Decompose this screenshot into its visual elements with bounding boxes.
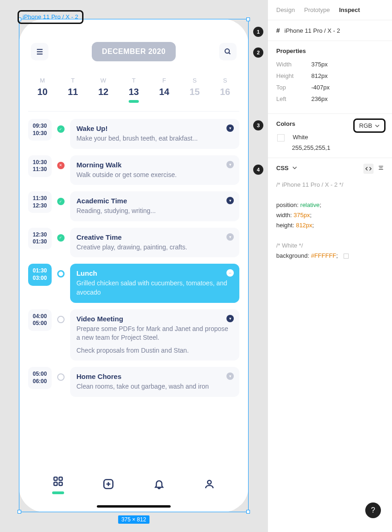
chevron-down-icon — [375, 124, 380, 128]
frame-label-highlight: iPhone 11 Pro / X - 2 — [18, 10, 83, 24]
expand-icon[interactable]: ▾ — [226, 233, 234, 241]
svg-point-9 — [208, 480, 211, 484]
section-colors: 3 Colors RGB White 255,255,255,1 — [268, 113, 392, 158]
callout-2: 2 — [253, 47, 263, 58]
day-letter: W — [94, 77, 113, 84]
css-code-block[interactable]: /* iPhone 11 Pro / X - 2 */ position: re… — [276, 180, 384, 261]
day-12[interactable]: W12 — [94, 77, 113, 103]
event-title: Home Chores — [77, 372, 233, 380]
event-time[interactable]: 01:3003:00 — [28, 264, 52, 285]
svg-rect-3 — [59, 477, 62, 480]
svg-point-0 — [225, 49, 229, 53]
color-row[interactable]: White 255,255,255,1 — [276, 134, 384, 151]
callout-3: 3 — [253, 120, 263, 130]
event-card[interactable]: ▾Academic TimeReading, studying, writing… — [70, 191, 239, 221]
tab-indicator — [52, 491, 64, 494]
color-mode-dropdown[interactable]: RGB — [353, 118, 386, 133]
event-description: Clean rooms, take out garbage, wash and … — [77, 382, 233, 391]
event-row: 01:3003:00–LunchGrilled chicken salad wi… — [28, 264, 239, 302]
tab-design[interactable]: Design — [276, 6, 295, 13]
phone-frame[interactable]: ☰ DECEMBER 2020 M10T11W12T13F14S15S16 09… — [19, 19, 249, 512]
tab-add[interactable] — [97, 478, 119, 492]
day-16[interactable]: S16 — [215, 77, 235, 103]
code-view-button[interactable] — [363, 164, 374, 174]
event-time[interactable]: 05:0006:00 — [28, 367, 52, 389]
expand-icon[interactable]: ▾ — [226, 161, 234, 168]
event-title: Academic Time — [77, 197, 233, 205]
prop-height-value: 812px — [311, 72, 327, 79]
tab-profile[interactable] — [198, 479, 220, 491]
css-title: CSS — [276, 165, 289, 171]
section-properties: 2 Properties Width375px Height812px Top-… — [268, 41, 392, 113]
event-description: Reading, studying, writing... — [77, 207, 233, 216]
resize-handle-tr[interactable] — [246, 18, 250, 21]
day-15[interactable]: S15 — [185, 77, 204, 103]
selection-dimensions: 375 × 812 — [118, 515, 149, 524]
chevron-down-icon[interactable] — [292, 166, 297, 170]
list-icon — [377, 165, 385, 171]
event-row: 04:0005:00▾Video MeetingPrepare some PDF… — [28, 309, 239, 361]
event-card[interactable]: ▾Video MeetingPrepare some PDFs for Mark… — [70, 309, 239, 361]
day-letter: T — [124, 77, 143, 84]
svg-line-1 — [229, 53, 230, 54]
event-card[interactable]: –LunchGrilled chicken salad with cucumbe… — [70, 264, 239, 302]
event-status-icon — [57, 316, 65, 323]
day-13[interactable]: T13 — [124, 77, 143, 103]
expand-icon[interactable]: ▾ — [226, 124, 234, 132]
event-row: 05:0006:00▾Home ChoresClean rooms, take … — [28, 367, 239, 397]
day-letter: T — [63, 77, 83, 84]
expand-icon[interactable]: ▾ — [226, 315, 234, 322]
day-letter: S — [215, 77, 235, 84]
event-status-icon — [57, 270, 65, 278]
tab-home[interactable] — [47, 476, 69, 494]
prop-left-label: Left — [276, 95, 299, 102]
event-card[interactable]: ▾Home ChoresClean rooms, take out garbag… — [70, 367, 239, 397]
event-row: 09:3010:30✓▾Wake Up!Make your bed, brush… — [28, 119, 239, 149]
tab-inspect[interactable]: Inspect — [339, 6, 360, 13]
event-title: Wake Up! — [77, 124, 233, 132]
svg-rect-4 — [54, 482, 57, 485]
properties-title: Properties — [276, 47, 384, 54]
prop-left-value: 236px — [311, 95, 327, 102]
user-icon — [204, 479, 215, 490]
events-list[interactable]: 09:3010:30✓▾Wake Up!Make your bed, brush… — [28, 112, 239, 462]
event-time[interactable]: 10:3011:30 — [28, 155, 52, 177]
event-card[interactable]: ▾Creative TimeCreative play, drawing, pa… — [70, 228, 239, 258]
day-10[interactable]: M10 — [33, 77, 52, 103]
event-time[interactable]: 11:3012:30 — [28, 191, 52, 213]
color-chip — [344, 254, 349, 259]
event-card[interactable]: ▾Morning WalkWalk outside or get some ex… — [70, 155, 239, 185]
day-11[interactable]: T11 — [63, 77, 83, 103]
menu-button[interactable]: ☰ — [31, 43, 48, 60]
day-number: 10 — [33, 87, 52, 97]
day-letter: S — [185, 77, 204, 84]
search-button[interactable] — [219, 43, 237, 60]
resize-handle-bl[interactable] — [18, 510, 21, 514]
event-description-2: Check proposals from Dustin and Stan. — [77, 346, 233, 355]
frame-label[interactable]: iPhone 11 Pro / X - 2 — [23, 13, 78, 20]
event-row: 11:3012:30✓▾Academic TimeReading, studyi… — [28, 191, 239, 221]
app-header: ☰ DECEMBER 2020 — [28, 34, 239, 65]
day-number: 16 — [215, 87, 235, 97]
event-description: Creative play, drawing, painting, crafts… — [77, 243, 233, 252]
bell-icon — [154, 479, 165, 490]
help-button[interactable]: ? — [365, 502, 381, 518]
canvas-area[interactable]: iPhone 11 Pro / X - 2 375 × 812 ☰ DECEMB… — [0, 0, 267, 532]
list-view-button[interactable] — [377, 165, 385, 172]
month-selector[interactable]: DECEMBER 2020 — [92, 42, 176, 61]
event-title: Creative Time — [77, 233, 233, 241]
event-time[interactable]: 09:3010:30 — [28, 119, 52, 141]
resize-handle-br[interactable] — [246, 510, 250, 514]
event-card[interactable]: ▾Wake Up!Make your bed, brush teeth, eat… — [70, 119, 239, 149]
event-description: Make your bed, brush teeth, eat brakfast… — [77, 134, 233, 143]
day-14[interactable]: F14 — [154, 77, 174, 103]
event-time[interactable]: 12:3001:30 — [28, 228, 52, 249]
event-row: 12:3001:30✓▾Creative TimeCreative play, … — [28, 228, 239, 258]
day-number: 13 — [124, 87, 143, 97]
event-status-icon: ✕ — [57, 162, 65, 169]
tab-prototype[interactable]: Prototype — [304, 6, 330, 13]
frame-name: iPhone 11 Pro / X - 2 — [285, 27, 340, 34]
event-time[interactable]: 04:0005:00 — [28, 309, 52, 331]
tab-notifications[interactable] — [148, 479, 170, 491]
inspect-panel: Design Prototype Inspect 1 # iPhone 11 P… — [267, 0, 392, 532]
